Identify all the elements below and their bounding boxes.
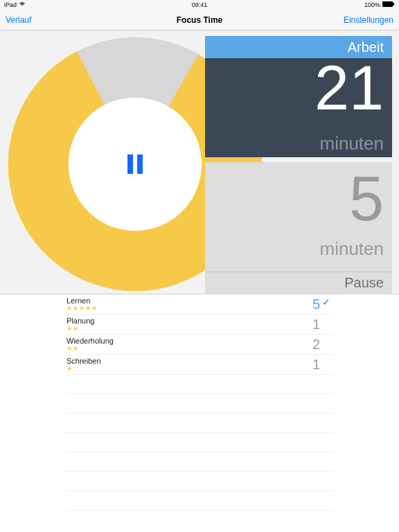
task-row[interactable]: Schreiben★1 [66,355,332,375]
device-label: iPad [4,1,17,8]
history-button[interactable]: Verlauf [6,15,31,25]
empty-row [66,394,332,414]
page-title: Focus Time [177,15,222,25]
settings-button[interactable]: Einstellungen [344,15,393,25]
break-label: Pause [205,272,392,294]
pause-icon [127,154,133,174]
pause-button[interactable] [127,154,143,174]
task-stars: ★★★★★ [66,305,303,312]
task-count: 2 [303,337,320,353]
task-stars: ★★ [66,325,303,332]
pause-icon [137,154,143,174]
battery-icon [382,1,395,8]
empty-row [66,472,332,491]
task-count: 5 [303,296,320,312]
nav-bar: Verlauf Focus Time Einstellungen [0,10,399,30]
empty-row [66,491,332,511]
task-row[interactable]: Lernen★★★★★5✓ [66,294,332,314]
task-name: Lernen [66,296,303,305]
task-count: 1 [303,317,320,332]
task-name: Planung [66,317,303,325]
task-row[interactable]: Wiederholung★★2 [66,335,332,355]
task-name: Wiederholung [66,337,303,345]
checkmark-icon: ✓ [320,296,332,308]
battery-pct: 100% [364,1,380,8]
break-minutes-unit: minuten [320,238,384,260]
task-stars: ★ [66,365,303,372]
work-minutes-unit: minuten [320,133,384,154]
empty-row [66,452,332,472]
break-minutes-value: 5 [349,168,384,230]
empty-row [66,375,332,394]
empty-row [66,414,332,433]
break-card[interactable]: 5 minuten Pause [205,162,392,294]
task-row[interactable]: Planung★★1 [66,314,332,335]
task-name: Schreiben [66,357,303,365]
task-stars: ★★ [66,345,303,352]
wifi-icon [19,1,26,8]
empty-row [66,433,332,452]
svg-rect-1 [393,3,394,6]
status-time: 09:41 [192,1,208,8]
task-count: 1 [303,357,320,373]
work-card[interactable]: Arbeit 21 minuten [205,36,392,157]
task-list[interactable]: Lernen★★★★★5✓Planung★★1Wiederholung★★2Sc… [0,294,399,532]
status-bar: iPad 09:41 100% [0,0,399,10]
svg-rect-0 [382,1,393,7]
work-minutes-value: 21 [314,57,384,119]
timer-panel: Arbeit 21 minuten 5 minuten Pause [0,30,399,294]
